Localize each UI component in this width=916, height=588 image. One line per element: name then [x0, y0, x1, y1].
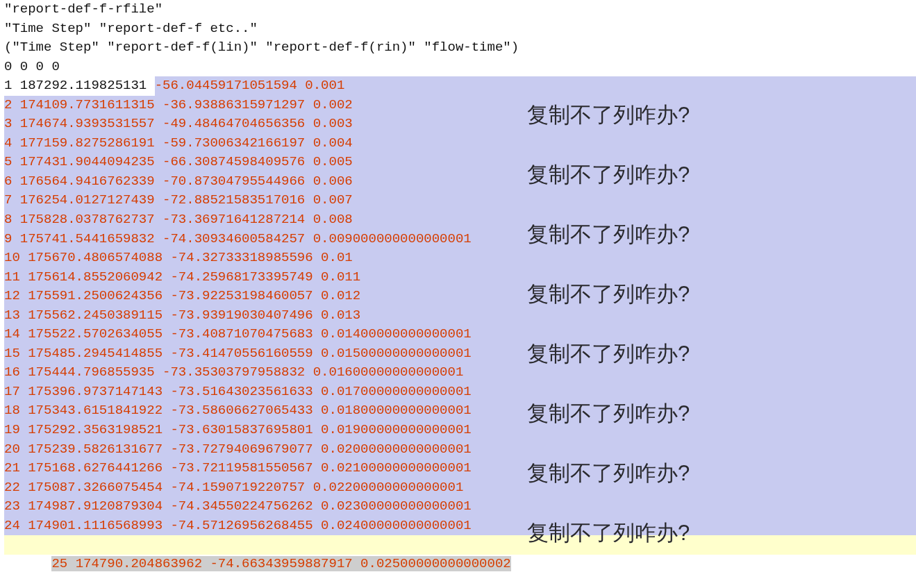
data-row[interactable]: 20 175239.5826131677 -73.72794069679077 … — [4, 440, 916, 460]
file-header-line-2: "Time Step" "report-def-f etc.." — [4, 19, 916, 39]
data-row[interactable]: 23 174987.9120879304 -74.34550224756262 … — [4, 497, 916, 516]
data-row[interactable]: 24 174901.1116568993 -74.57126956268455 … — [4, 516, 916, 536]
file-header-line-1: "report-def-f-rfile" — [4, 0, 916, 19]
data-row[interactable]: 8 175828.0378762737 -73.36971641287214 0… — [4, 210, 916, 230]
data-rows-selected[interactable]: 2 174109.7731611315 -36.93886315971297 0… — [4, 96, 916, 536]
data-row-1[interactable]: 1 187292.119825131 -56.04459171051594 0.… — [4, 76, 916, 96]
data-row-1-suffix: -56.04459171051594 0.001 — [155, 76, 916, 96]
data-row[interactable]: 18 175343.6151841922 -73.58606627065433 … — [4, 401, 916, 421]
data-row-1-prefix: 1 187292.119825131 — [4, 78, 155, 93]
data-row[interactable]: 13 175562.2450389115 -73.93919030407496 … — [4, 306, 916, 326]
data-row[interactable]: 11 175614.8552060942 -74.25968173395749 … — [4, 268, 916, 287]
data-row[interactable]: 17 175396.9737147143 -73.51643023561633 … — [4, 383, 916, 402]
data-row[interactable]: 22 175087.3266075454 -74.1590719220757 0… — [4, 478, 916, 498]
data-row[interactable]: 5 177431.9044094235 -66.30874598409576 0… — [4, 153, 916, 172]
data-row[interactable]: 3 174674.9393531557 -49.48464704656356 0… — [4, 115, 916, 134]
data-row[interactable]: 2 174109.7731611315 -36.93886315971297 0… — [4, 96, 916, 115]
data-row[interactable]: 21 175168.6276441266 -73.72119581550567 … — [4, 459, 916, 478]
data-row[interactable]: 7 176254.0127127439 -72.88521583517016 0… — [4, 191, 916, 210]
data-row[interactable]: 15 175485.2945414855 -73.41470556160559 … — [4, 344, 916, 364]
data-row[interactable]: 19 175292.3563198521 -73.63015837695801 … — [4, 421, 916, 440]
data-row[interactable]: 9 175741.5441659832 -74.30934600584257 0… — [4, 230, 916, 249]
data-row-last-wrap[interactable]: 25 174790.204863962 -74.66343959887917 0… — [4, 535, 916, 588]
file-header-line-3: ("Time Step" "report-def-f(lin)" "report… — [4, 38, 916, 58]
data-row-last: 25 174790.204863962 -74.66343959887917 0… — [51, 556, 510, 571]
file-header-zeros: 0 0 0 0 — [4, 58, 916, 77]
editor-viewport[interactable]: { "header": { "line1": "\"report-def-f-r… — [0, 0, 916, 588]
data-row[interactable]: 16 175444.796855935 -73.35303797958832 0… — [4, 363, 916, 383]
data-row[interactable]: 10 175670.4806574088 -74.32733318985596 … — [4, 249, 916, 268]
data-row[interactable]: 14 175522.5702634055 -73.40871070475683 … — [4, 325, 916, 344]
data-row[interactable]: 6 176564.9416762339 -70.87304795544966 0… — [4, 172, 916, 192]
data-row[interactable]: 4 177159.8275286191 -59.73006342166197 0… — [4, 134, 916, 153]
data-row[interactable]: 12 175591.2500624356 -73.92253198460057 … — [4, 287, 916, 306]
